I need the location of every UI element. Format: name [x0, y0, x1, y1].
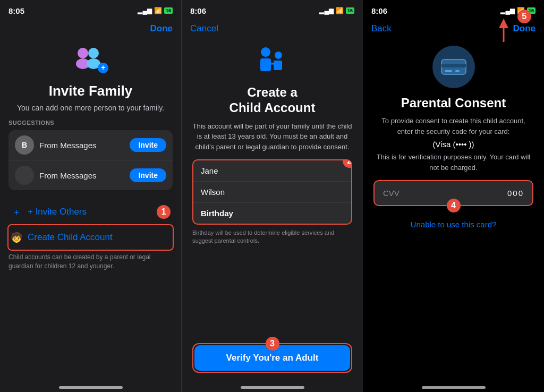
signal-icon: ▂▄▆ [138, 7, 152, 14]
cvv-field-wrapper: CVV 4 [373, 180, 533, 206]
panel-2: 8:06 ▂▄▆ 📶 16 Cancel Create a Chil [182, 0, 363, 392]
panel-1-subtitle: You can add one more person to your fami… [8, 104, 173, 112]
parent-child-icon [254, 46, 291, 78]
home-indicator-1 [0, 377, 181, 392]
card-name: (Visa (•••• )) [432, 140, 474, 149]
wifi-icon: 📶 [154, 7, 162, 14]
panel-3: 8:06 ▂▄▆ 📶 16 Back 5 Done [363, 0, 544, 392]
child-icon: 🧒 [11, 232, 22, 243]
nav-bar-3: Back 5 Done [363, 19, 544, 40]
panel-1-note: Child accounts can be created by a paren… [8, 253, 173, 271]
svg-point-6 [261, 47, 270, 57]
create-child-label: Create Child Account [28, 232, 113, 243]
title-line1: Create a [247, 85, 298, 99]
first-name-field[interactable]: Jane [193, 160, 351, 181]
home-bar-3 [422, 386, 486, 389]
unable-to-use-card-link[interactable]: Unable to use this card? [411, 220, 497, 229]
time-3: 8:06 [371, 6, 387, 15]
done-button-3[interactable]: Done [513, 23, 536, 33]
cancel-button[interactable]: Cancel [190, 23, 218, 34]
nav-bar-2: Cancel [182, 19, 363, 40]
panel-1: 8:05 ▂▄▆ 📶 16 Done + Invite Family [0, 0, 182, 392]
battery-badge-2: 16 [346, 7, 354, 14]
status-icons-1: ▂▄▆ 📶 16 [138, 7, 173, 14]
action-list: ＋ + Invite Others 1 🧒 Create Child Accou… [8, 199, 173, 250]
create-child-account-item[interactable]: 🧒 Create Child Account [8, 225, 173, 250]
back-button[interactable]: Back [371, 23, 392, 34]
nav-bar-1: Done [0, 19, 181, 40]
step-number-5: 5 [517, 10, 531, 23]
credit-card-icon-circle [432, 46, 475, 88]
step-number-4: 4 [447, 199, 461, 212]
done-button-1[interactable]: Done [150, 23, 173, 34]
verify-btn-wrapper: 3 Verify You're an Adult [192, 343, 352, 373]
title-line2: Child Account [230, 100, 316, 115]
done-wrapper: 5 Done [513, 23, 536, 34]
family-icon: + [72, 45, 109, 76]
avatar-b: B [15, 135, 34, 155]
cvv-label: CVV [383, 189, 400, 198]
form-note: Birthday will be used to determine eligi… [192, 229, 352, 245]
child-icon-area [192, 46, 352, 78]
panel-3-description: To provide consent to create this child … [373, 116, 533, 137]
svg-point-8 [275, 52, 282, 59]
svg-rect-14 [441, 64, 466, 67]
status-bar-1: 8:05 ▂▄▆ 📶 16 [0, 0, 181, 19]
svg-rect-9 [274, 61, 282, 70]
status-bar-2: 8:06 ▂▄▆ 📶 16 [182, 0, 363, 19]
invite-button-2[interactable]: Invite [130, 168, 166, 182]
invite-button-1[interactable]: Invite [130, 138, 166, 152]
form-card: 2 Jane Wilson Birthday [192, 159, 352, 225]
panel-3-content: Parental Consent To provide consent to c… [363, 40, 544, 377]
svg-rect-7 [260, 58, 271, 71]
svg-text:+: + [100, 63, 105, 72]
home-indicator-3 [363, 377, 544, 392]
suggestion-row-1: B From Messages Invite [8, 130, 173, 160]
suggestion-label-2: From Messages [39, 171, 124, 180]
credit-card-icon [440, 56, 467, 78]
home-bar-2 [241, 386, 304, 389]
svg-rect-16 [455, 70, 460, 72]
family-icon-area: + [8, 45, 173, 76]
suggestions-card: B From Messages Invite From Messages Inv… [8, 130, 173, 190]
time-1: 8:05 [8, 6, 24, 15]
svg-point-0 [78, 48, 88, 58]
suggestion-row-2: From Messages Invite [8, 160, 173, 190]
home-bar-1 [59, 386, 123, 389]
last-name-field[interactable]: Wilson [193, 181, 351, 202]
panel-3-title: Parental Consent [401, 96, 506, 110]
signal-icon-3: ▂▄▆ [500, 7, 515, 14]
panel-1-content: + Invite Family You can add one more per… [0, 40, 181, 377]
step-number-1: 1 [157, 205, 171, 219]
panel-2-description: This account will be part of your family… [192, 121, 352, 152]
battery-badge-1: 16 [164, 7, 173, 14]
verification-note: This is for verification purposes only. … [373, 152, 533, 173]
signal-icon-2: ▂▄▆ [319, 7, 334, 14]
plus-icon: ＋ [11, 206, 22, 218]
step-number-3: 3 [266, 337, 279, 351]
panel-1-title: Invite Family [8, 83, 173, 99]
svg-point-2 [88, 48, 99, 58]
svg-rect-15 [445, 70, 452, 72]
suggestion-label-1: From Messages [39, 141, 124, 150]
home-indicator-2 [182, 377, 363, 392]
invite-others-label: + Invite Others [28, 207, 87, 217]
panel-2-content: Create a Child Account This account will… [182, 40, 363, 377]
invite-others-item[interactable]: ＋ + Invite Others 1 [8, 199, 173, 225]
status-icons-2: ▂▄▆ 📶 16 [319, 7, 354, 14]
suggestions-label: SUGGESTIONS [8, 120, 173, 126]
red-arrow-icon [488, 18, 514, 45]
time-2: 8:06 [190, 6, 206, 15]
cvv-input[interactable] [492, 189, 524, 198]
avatar-empty [15, 166, 34, 185]
panel-2-title: Create a Child Account [192, 85, 352, 116]
birthday-field[interactable]: Birthday [193, 202, 351, 224]
wifi-icon-2: 📶 [336, 7, 344, 14]
